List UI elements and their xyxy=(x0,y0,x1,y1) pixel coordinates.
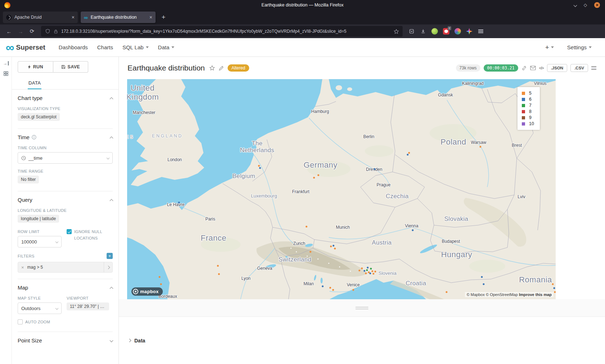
save-button[interactable]: SAVE xyxy=(53,61,89,73)
section-header-point-size[interactable]: Point Size xyxy=(18,337,113,343)
map-overlays: United KingdomManchesterENGLANDESLondonL… xyxy=(127,79,556,299)
map-style-select[interactable]: Outdoors xyxy=(18,302,62,314)
edit-properties-icon[interactable] xyxy=(219,65,224,71)
bookmark-star-icon[interactable] xyxy=(393,28,399,34)
earthquake-point xyxy=(259,167,261,169)
lonlat-value[interactable]: longitude | latitude xyxy=(18,215,59,223)
more-options-icon[interactable] xyxy=(591,66,596,70)
nav-data[interactable]: Data xyxy=(153,44,179,50)
chevron-down-icon xyxy=(589,46,592,48)
time-range-value[interactable]: No filter xyxy=(18,176,39,183)
tab-apache-druid[interactable]: Apache Druid × xyxy=(3,12,78,23)
chevron-right-icon[interactable] xyxy=(104,262,112,272)
embed-code-icon[interactable]: </> xyxy=(539,66,544,70)
pocket-icon[interactable] xyxy=(406,26,417,36)
menu-icon[interactable] xyxy=(475,26,486,36)
osm-attribution-link[interactable]: © OpenStreetMap xyxy=(486,292,518,297)
add-filter-button[interactable]: + xyxy=(107,253,113,259)
settings-menu[interactable]: Settings xyxy=(563,44,596,50)
legend-label: 6 xyxy=(529,97,532,102)
earthquake-point xyxy=(330,246,332,247)
section-header-query[interactable]: Query xyxy=(18,197,113,203)
lock-icon[interactable] xyxy=(53,28,59,34)
map-label: France xyxy=(201,233,226,243)
email-share-icon[interactable] xyxy=(530,65,536,70)
map-legend: 5678910 xyxy=(517,87,540,130)
time-column-select[interactable]: __time xyxy=(18,152,113,164)
window-close-icon[interactable]: ✕ xyxy=(594,2,600,8)
copy-link-icon[interactable] xyxy=(521,65,527,71)
window-minimize-icon[interactable] xyxy=(573,3,577,7)
forward-button[interactable]: → xyxy=(15,26,26,36)
nav-charts[interactable]: Charts xyxy=(93,44,118,50)
legend-swatch xyxy=(522,110,525,113)
back-button[interactable]: ← xyxy=(4,26,14,36)
earthquake-point xyxy=(367,267,369,269)
viewport-value[interactable]: 11° 28' 29.70" | 50... xyxy=(67,302,109,310)
firefox-logo-icon xyxy=(4,2,10,8)
map-label: Luxembourg xyxy=(251,193,277,199)
map-label: Paris xyxy=(205,217,215,222)
section-map: Map MAP STYLE Outdoors VIEWPORT 11° 28' … xyxy=(18,279,113,332)
window-maximize-icon[interactable]: ◇ xyxy=(584,3,587,7)
account-avatar-icon[interactable] xyxy=(452,26,463,36)
map-label: United Kingdom xyxy=(127,84,161,101)
remove-filter-icon[interactable]: × xyxy=(21,265,24,270)
viz-type-value[interactable]: deck.gl Scatterplot xyxy=(18,113,60,121)
lonlat-label: LONGITUDE & LATITUDE xyxy=(18,208,113,213)
checkbox-checked-icon xyxy=(67,229,72,234)
tab-bar: Apache Druid × ∞ Earthquake distribution… xyxy=(0,10,605,24)
legend-item: 9 xyxy=(522,115,534,120)
extension-green-icon[interactable] xyxy=(429,26,440,36)
map-label: Berlin xyxy=(363,134,375,139)
window-title: Earthquake distribution — Mozilla Firefo… xyxy=(0,3,605,8)
titlebar: Earthquake distribution — Mozilla Firefo… xyxy=(0,0,605,10)
deckgl-map[interactable]: United KingdomManchesterENGLANDESLondonL… xyxy=(127,79,556,299)
mapbox-logo[interactable]: mapbox xyxy=(131,287,163,296)
chevron-down-icon xyxy=(171,46,174,48)
section-header-time[interactable]: Time xyxy=(18,134,113,140)
reload-button[interactable]: ⟳ xyxy=(27,26,37,36)
export-csv-button[interactable]: .CSV xyxy=(570,64,588,72)
map-label: Frankfurt xyxy=(292,189,309,194)
section-header-map[interactable]: Map xyxy=(18,285,113,291)
earthquake-point xyxy=(218,273,220,275)
tab-close-icon[interactable]: × xyxy=(72,15,75,20)
extension-spark-icon[interactable] xyxy=(464,26,475,36)
nav-sql-lab[interactable]: SQL Lab xyxy=(118,44,153,50)
map-label: Venice xyxy=(347,282,360,287)
map-label: London xyxy=(167,157,182,162)
favorite-star-icon[interactable] xyxy=(209,65,215,71)
superset-logo[interactable]: ∞ Superset xyxy=(6,43,45,51)
data-panel-toggle[interactable]: Data xyxy=(119,317,605,364)
ignore-null-checkbox[interactable]: IGNORE NULL LOCATIONS xyxy=(67,229,113,241)
run-button[interactable]: RUN xyxy=(18,61,53,73)
nav-dashboards[interactable]: Dashboards xyxy=(54,44,93,50)
chevron-right-icon xyxy=(128,339,131,342)
new-item-button[interactable]: + xyxy=(545,44,554,51)
mapbox-attribution-link[interactable]: © Mapbox xyxy=(467,292,485,297)
extension-red-icon[interactable]: 2 xyxy=(441,26,452,36)
browser-window: Earthquake distribution — Mozilla Firefo… xyxy=(0,0,605,364)
legend-label: 7 xyxy=(529,103,532,108)
row-limit-select[interactable]: 100000 xyxy=(18,236,62,247)
improve-map-link[interactable]: Improve this map xyxy=(519,292,552,297)
new-tab-button[interactable]: + xyxy=(158,12,169,22)
url-bar[interactable]: 172.18.0.3:32108/superset/explore/?form_… xyxy=(41,26,403,37)
filter-item[interactable]: × mag > 5 xyxy=(18,262,113,273)
panel-resize-handle[interactable] xyxy=(119,299,605,317)
downloads-icon[interactable] xyxy=(418,26,429,36)
superset-favicon: ∞ xyxy=(84,15,88,20)
expand-panel-icon[interactable]: → xyxy=(3,61,9,65)
chevron-down-icon xyxy=(551,46,554,48)
section-header-chart-type[interactable]: Chart type xyxy=(18,95,113,101)
tab-earthquake-distribution[interactable]: ∞ Earthquake distribution × xyxy=(81,12,156,23)
export-json-button[interactable]: .JSON xyxy=(547,64,568,72)
tab-close-icon[interactable]: × xyxy=(149,15,152,20)
dataset-grid-icon[interactable] xyxy=(4,71,8,76)
map-label: Vienna xyxy=(405,223,418,228)
auto-zoom-checkbox[interactable]: AUTO ZOOM xyxy=(18,319,113,326)
tab-data[interactable]: DATA xyxy=(28,77,41,89)
legend-label: 10 xyxy=(529,121,534,126)
shield-icon[interactable] xyxy=(45,28,50,34)
